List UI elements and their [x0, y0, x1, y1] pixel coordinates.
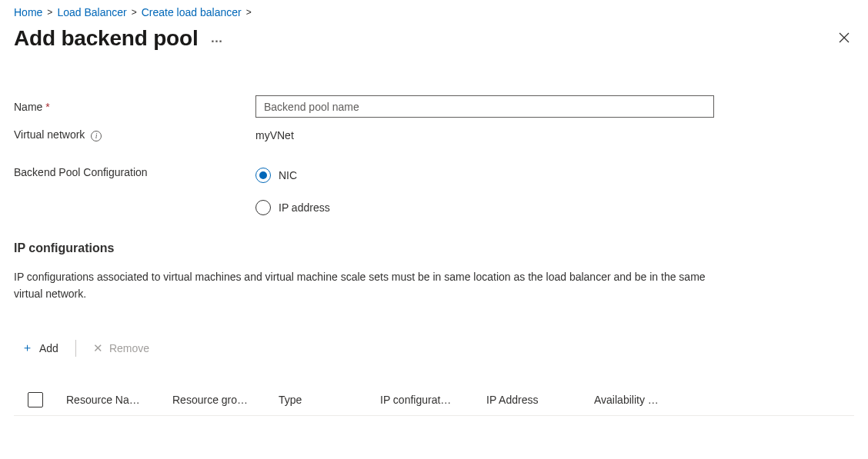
- row-vnet: Virtual network i myVNet: [14, 128, 854, 141]
- radio-group-config: NIC IP address: [255, 166, 330, 215]
- radio-icon: [255, 200, 271, 215]
- radio-label: NIC: [279, 169, 297, 181]
- more-icon[interactable]: …: [210, 32, 223, 45]
- column-header-availability[interactable]: Availability …: [594, 394, 700, 406]
- chevron-right-icon: >: [47, 7, 52, 18]
- chevron-right-icon: >: [246, 7, 252, 18]
- label-name: Name *: [14, 101, 255, 113]
- vnet-value: myVNet: [255, 129, 294, 141]
- column-header-ip-address[interactable]: IP Address: [486, 394, 594, 406]
- breadcrumb-item-create-load-balancer[interactable]: Create load balancer: [142, 6, 242, 18]
- toolbar: ＋ Add ✕ Remove: [14, 339, 854, 357]
- row-config: Backend Pool Configuration NIC IP addres…: [14, 166, 854, 215]
- radio-ip-address[interactable]: IP address: [255, 200, 330, 215]
- plus-icon: ＋: [22, 341, 33, 355]
- radio-icon: [255, 168, 271, 183]
- info-icon[interactable]: i: [91, 131, 102, 141]
- close-icon: ✕: [93, 341, 103, 355]
- page-title: Add backend pool: [14, 26, 198, 51]
- column-header-resource-name[interactable]: Resource Na…: [66, 394, 172, 406]
- breadcrumb-item-home[interactable]: Home: [14, 6, 42, 18]
- section-heading-ip-configurations: IP configurations: [14, 241, 854, 255]
- required-indicator: *: [45, 101, 49, 113]
- label-config: Backend Pool Configuration: [14, 166, 255, 178]
- chevron-right-icon: >: [132, 7, 137, 18]
- remove-button[interactable]: ✕ Remove: [90, 340, 152, 357]
- column-header-resource-group[interactable]: Resource gro…: [172, 394, 279, 406]
- name-input[interactable]: [255, 95, 714, 118]
- section-description: IP configurations associated to virtual …: [14, 269, 706, 302]
- page-header: Add backend pool …: [14, 26, 854, 51]
- add-button[interactable]: ＋ Add: [18, 339, 62, 357]
- breadcrumb-item-load-balancer[interactable]: Load Balancer: [57, 6, 126, 18]
- column-header-type[interactable]: Type: [279, 394, 380, 406]
- add-label: Add: [39, 342, 58, 354]
- remove-label: Remove: [109, 342, 149, 354]
- close-icon[interactable]: [834, 29, 854, 48]
- breadcrumb: Home > Load Balancer > Create load balan…: [14, 6, 854, 18]
- toolbar-divider: [75, 340, 76, 357]
- radio-nic[interactable]: NIC: [255, 168, 330, 183]
- column-header-ip-config[interactable]: IP configurat…: [380, 394, 486, 406]
- form: Name * Virtual network i myVNet Backend …: [14, 95, 854, 215]
- label-vnet: Virtual network i: [14, 128, 255, 141]
- select-all-checkbox[interactable]: [28, 392, 43, 407]
- radio-label: IP address: [279, 201, 330, 214]
- table-header: Resource Na… Resource gro… Type IP confi…: [14, 384, 854, 416]
- row-name: Name *: [14, 95, 854, 118]
